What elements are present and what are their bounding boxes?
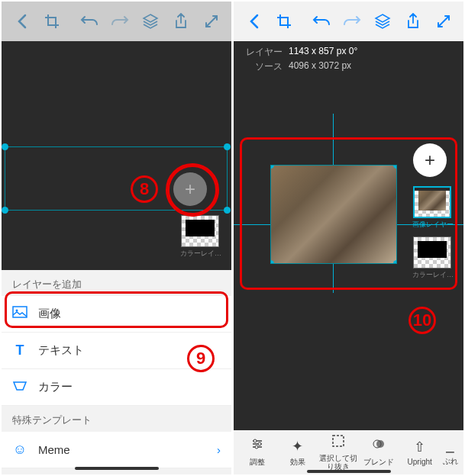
home-indicator <box>307 470 391 473</box>
back-icon[interactable] <box>240 8 267 35</box>
svg-point-2 <box>253 439 257 442</box>
blur-icon: ⎯ <box>446 438 454 454</box>
undo-icon[interactable] <box>308 8 335 35</box>
tool-select-crop[interactable]: 選択して切り抜き <box>318 434 359 471</box>
add-layer-button[interactable]: + <box>173 172 207 206</box>
expand-icon[interactable] <box>198 8 225 35</box>
menu-item-meme[interactable]: ☺ Meme › <box>2 432 231 468</box>
tool-effect[interactable]: ✦効果 <box>277 438 318 468</box>
crop-icon[interactable] <box>270 8 298 35</box>
effect-icon: ✦ <box>292 438 303 455</box>
select-crop-icon <box>331 434 345 452</box>
right-screen: レイヤー1143 x 857 px 0° ソース4096 x 3072 px +… <box>234 2 463 474</box>
svg-rect-0 <box>13 307 27 317</box>
top-toolbar <box>234 2 463 41</box>
handle-tl[interactable] <box>2 143 8 150</box>
source-info-label: ソース <box>244 60 283 73</box>
menu-header-template: 特殊テンプレート <box>2 406 231 432</box>
handle-br[interactable] <box>224 207 231 214</box>
handle-bl[interactable] <box>2 207 8 214</box>
bottom-toolbar: 調整 ✦効果 選択して切り抜き ブレンド ⇧Upright ⎯ぶれ <box>234 430 463 474</box>
crop-icon[interactable] <box>38 8 66 35</box>
color-layer-thumb[interactable] <box>413 236 451 269</box>
redo-icon[interactable] <box>106 8 134 35</box>
expand-icon[interactable] <box>430 8 457 35</box>
handle-br[interactable] <box>393 260 397 264</box>
menu-header-add-layer: レイヤーを追加 <box>2 270 231 296</box>
svg-point-1 <box>16 310 18 312</box>
menu-item-image-label: 画像 <box>38 307 61 321</box>
canvas[interactable]: + カラーレイ… 8 <box>2 41 231 270</box>
color-layer-thumb[interactable] <box>181 215 219 247</box>
top-toolbar <box>2 2 231 41</box>
left-screen: + カラーレイ… 8 レイヤーを追加 画像 T テキスト カラー 特殊テンプレー… <box>2 2 231 474</box>
menu-item-text-label: テキスト <box>38 343 84 358</box>
layer-dims: 1143 x 857 px 0° <box>289 46 357 59</box>
canvas[interactable]: レイヤー1143 x 857 px 0° ソース4096 x 3072 px +… <box>234 41 463 430</box>
svg-rect-5 <box>333 436 344 446</box>
undo-icon[interactable] <box>76 8 103 35</box>
canvas-info: レイヤー1143 x 857 px 0° ソース4096 x 3072 px <box>244 46 357 75</box>
svg-point-4 <box>255 445 258 449</box>
image-layer-thumb-label: 画像レイヤー <box>410 220 456 230</box>
redo-icon[interactable] <box>338 8 366 35</box>
share-icon[interactable] <box>167 8 195 35</box>
menu-item-text[interactable]: T テキスト <box>2 333 231 369</box>
handle-tr[interactable] <box>224 143 231 150</box>
meme-icon: ☺ <box>12 442 27 458</box>
add-layer-button[interactable]: + <box>413 143 447 177</box>
svg-point-7 <box>376 440 384 448</box>
share-icon[interactable] <box>399 8 427 35</box>
color-layer-thumb-label: カラーレイ… <box>410 270 456 280</box>
svg-point-3 <box>258 442 261 445</box>
menu-item-meme-label: Meme <box>38 443 70 456</box>
annotation-badge-10: 10 <box>408 307 436 334</box>
tool-upright[interactable]: ⇧Upright <box>399 439 440 466</box>
add-layer-menu: レイヤーを追加 画像 T テキスト カラー 特殊テンプレート ☺ Meme › … <box>2 270 231 474</box>
image-layer-thumb[interactable] <box>413 186 451 218</box>
upright-icon: ⇧ <box>414 439 425 455</box>
menu-item-color-label: カラー <box>38 380 73 394</box>
layers-icon[interactable] <box>137 8 164 35</box>
tool-blur[interactable]: ⎯ぶれ <box>440 438 460 467</box>
image-icon <box>12 306 27 322</box>
layers-icon[interactable] <box>369 8 396 35</box>
menu-item-image[interactable]: 画像 <box>2 296 231 333</box>
source-dims: 4096 x 3072 px <box>289 60 351 73</box>
back-icon[interactable] <box>8 8 35 35</box>
color-icon <box>12 379 27 395</box>
layer-info-label: レイヤー <box>244 46 283 59</box>
color-layer-thumb-label: カラーレイ… <box>178 249 224 259</box>
menu-item-color[interactable]: カラー <box>2 369 231 406</box>
image-layer-frame[interactable] <box>270 165 397 264</box>
blend-icon <box>372 437 386 455</box>
cat-image <box>271 166 396 263</box>
adjust-icon <box>250 437 264 455</box>
tool-adjust[interactable]: 調整 <box>237 437 277 468</box>
text-icon: T <box>12 343 27 359</box>
chevron-right-icon: › <box>217 443 221 456</box>
tool-blend[interactable]: ブレンド <box>359 437 399 468</box>
home-indicator <box>75 467 159 470</box>
